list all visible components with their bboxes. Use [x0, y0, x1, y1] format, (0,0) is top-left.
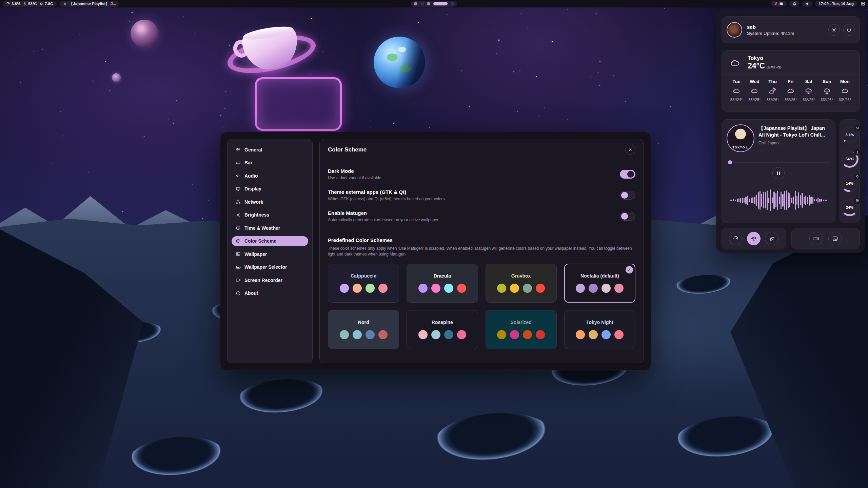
screen-record-button[interactable] [809, 232, 823, 245]
sidebar-label: About [244, 290, 258, 296]
performance-profile-button[interactable] [729, 232, 743, 245]
progress-knob[interactable] [728, 160, 732, 164]
user-card: seb System Uptime: 4h11m [722, 16, 860, 43]
viz-bar [782, 194, 783, 207]
star [393, 123, 394, 124]
star [129, 21, 130, 22]
color-swatch [353, 330, 362, 339]
sidebar-item-general[interactable]: General [232, 145, 308, 155]
color-swatch [431, 284, 440, 293]
sidebar-item-wallpaper[interactable]: Wallpaper [232, 249, 308, 259]
sidebar-item-time-weather[interactable]: Time & Weather [232, 223, 308, 233]
viz-bar [807, 197, 808, 204]
balanced-profile-button[interactable] [747, 232, 761, 245]
sidebar-label: Brightness [244, 212, 269, 218]
scheme-card-rosepine[interactable]: Rosepine✓ [407, 310, 478, 349]
scheme-card-catppuccin[interactable]: Catppuccin✓ [328, 264, 399, 303]
track-title: 【Japanese Playlist】 Japan All Night - To… [758, 125, 830, 138]
play-pause-button[interactable] [772, 167, 785, 179]
setting-row-dark-mode: Dark Mode Use a dark variant if availabl… [328, 168, 635, 180]
toggle-knob [627, 171, 634, 178]
sidebar-item-brightness[interactable]: Brightness [232, 210, 308, 220]
viz-bar [742, 198, 743, 203]
sidebar-item-audio[interactable]: Audio [232, 171, 308, 181]
sidebar-item-wallpaper-selector[interactable]: Wallpaper Selector [232, 262, 308, 272]
theme-external-toggle[interactable] [620, 191, 635, 200]
scheme-card-tokyo-night[interactable]: Tokyo Night✓ [564, 310, 635, 349]
progress-bar[interactable] [727, 162, 830, 163]
star [311, 18, 312, 19]
star [195, 33, 195, 34]
speedometer-icon [733, 236, 739, 242]
workspace-dot-empty[interactable] [420, 2, 424, 5]
viz-bar [786, 190, 787, 210]
crater [432, 408, 552, 467]
sidebar-item-bar[interactable]: Bar [232, 158, 308, 168]
color-swatch [536, 284, 545, 293]
color-swatch [378, 330, 388, 339]
media-chip[interactable]: 【Japanese Playlist】 J... [59, 1, 119, 7]
scheme-card-gruvbox[interactable]: Gruvbox✓ [486, 264, 557, 303]
scheme-card-nord[interactable]: Nord✓ [328, 310, 399, 349]
dark-mode-toggle[interactable] [620, 170, 635, 179]
scheme-card-noctalia[interactable]: Noctalia (default)✓ [564, 264, 635, 303]
memory-stat: 7.8G [39, 2, 53, 6]
weather-icon [841, 86, 849, 95]
sidebar-item-about[interactable]: About [232, 288, 308, 298]
sidebar-item-display[interactable]: Display [232, 184, 308, 194]
color-swatch [497, 284, 506, 293]
forecast-day: Fri35°/26° [783, 79, 798, 102]
scheme-name: Solarized [511, 320, 532, 325]
sidebar-label: Time & Weather [244, 225, 280, 231]
system-stats-pill[interactable]: 3.8% 53°C 7.8G [3, 1, 57, 7]
workspace-indicator[interactable] [411, 1, 457, 7]
system-tray[interactable]: V [771, 1, 787, 7]
temperature-value: 53°C [28, 2, 37, 6]
enable-matugen-toggle[interactable] [620, 212, 635, 221]
close-button[interactable]: ✕ [625, 145, 635, 155]
viz-bar [789, 193, 790, 208]
track-artist: Chill Japan. [758, 141, 830, 145]
star [173, 123, 174, 124]
star [370, 127, 371, 127]
star [606, 61, 607, 61]
tray-app-icon[interactable]: V [774, 2, 777, 6]
color-swatch [614, 330, 624, 339]
color-swatch [378, 284, 388, 293]
screenshot-button[interactable] [828, 232, 842, 245]
clock-pill[interactable]: 17:09 - Tue, 19 Aug [815, 1, 857, 7]
star [513, 72, 514, 72]
powersave-profile-button[interactable] [765, 232, 778, 245]
workspace-dot-occupied[interactable] [414, 2, 417, 5]
album-art: TOKYO L [727, 124, 754, 152]
sidebar-item-network[interactable]: Network [232, 197, 308, 207]
star [664, 8, 665, 8]
star [552, 41, 553, 42]
dashboard-icon[interactable] [861, 1, 865, 6]
volume-button[interactable] [802, 1, 812, 7]
viz-bar [744, 198, 745, 203]
settings-button[interactable] [828, 24, 840, 36]
viz-bar [795, 191, 796, 209]
scheme-card-solarized[interactable]: Solarized✓ [486, 310, 557, 349]
sidebar-label: Color Scheme [244, 238, 276, 244]
leaf-icon [769, 236, 775, 242]
sidebar-item-screen-recorder[interactable]: Screen Recorder [232, 275, 308, 285]
scheme-card-dracula[interactable]: Dracula✓ [407, 264, 478, 303]
notifications-button[interactable] [789, 1, 800, 7]
wallpaper-tray-icon[interactable] [779, 2, 783, 6]
sidebar-item-color-scheme[interactable]: Color Scheme [232, 236, 308, 246]
bell-icon [792, 2, 797, 6]
workspace-dot-occupied[interactable] [427, 2, 430, 5]
clock-text: 17:09 - Tue, 19 Aug [818, 2, 854, 6]
color-swatch [614, 284, 624, 293]
star [229, 45, 230, 46]
gauge-disk: 24% [841, 199, 859, 216]
color-swatch [457, 284, 466, 293]
power-button[interactable] [843, 24, 855, 36]
workspace-dot-empty[interactable] [451, 2, 454, 5]
workspace-dot-active[interactable] [433, 2, 448, 5]
viz-bar [814, 199, 815, 201]
star [429, 127, 430, 128]
chip-icon [39, 2, 43, 6]
